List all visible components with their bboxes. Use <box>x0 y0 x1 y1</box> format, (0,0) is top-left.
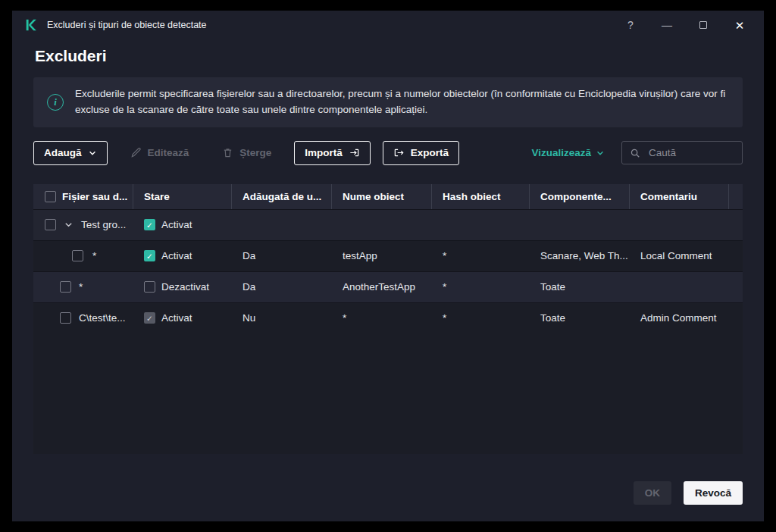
minimize-button[interactable]: — <box>661 20 673 30</box>
cell-object-hash: * <box>432 272 530 302</box>
close-button[interactable]: ✕ <box>734 20 746 31</box>
dialog-footer: OK Revocă <box>12 481 764 521</box>
titlebar: Excluderi și tipuri de obiecte detectate… <box>12 11 764 39</box>
table-row-group[interactable]: Test gro... Activat <box>33 209 743 240</box>
cell-comment <box>630 272 729 302</box>
cell-object-hash: * <box>432 303 530 333</box>
export-button-label: Exportă <box>411 147 449 158</box>
header-status: Stare <box>133 184 232 209</box>
cell-object-name: * <box>332 303 432 333</box>
ok-button[interactable]: OK <box>634 481 671 505</box>
view-dropdown-label: Vizualizează <box>531 147 591 158</box>
status-checkbox[interactable] <box>144 281 155 293</box>
export-icon <box>393 147 405 158</box>
header-file-label: Fișier sau d... <box>62 191 127 202</box>
table-header: Fișier sau d... Stare Adăugată de u... N… <box>33 184 743 209</box>
banner-text: Excluderile permit specificarea fișierel… <box>75 86 729 118</box>
search-box[interactable] <box>621 141 743 164</box>
info-icon: i <box>47 94 64 111</box>
window-title: Excluderi și tipuri de obiecte detectate <box>47 20 207 30</box>
cell-object-hash: * <box>432 241 530 271</box>
maximize-icon <box>699 21 707 29</box>
chevron-down-icon[interactable] <box>64 220 74 230</box>
edit-button-label: Editează <box>148 147 189 158</box>
table-row[interactable]: * Activat Da testApp * Scanare, Web Th..… <box>33 240 743 271</box>
header-added-by: Adăugată de u... <box>232 184 332 209</box>
delete-button[interactable]: Șterge <box>211 141 282 165</box>
cell-added-by: Nu <box>232 303 332 333</box>
export-button[interactable]: Exportă <box>383 141 459 165</box>
trash-icon <box>222 147 233 158</box>
add-button[interactable]: Adaugă <box>33 141 108 165</box>
row-checkbox[interactable] <box>60 281 71 293</box>
header-tail <box>729 184 743 209</box>
chevron-down-icon <box>596 149 605 158</box>
status-label: Activat <box>161 250 192 261</box>
row-checkbox[interactable] <box>60 312 71 324</box>
page-title: Excluderi <box>12 39 764 67</box>
add-button-label: Adaugă <box>44 147 82 158</box>
cell-comment: Local Comment <box>630 241 729 271</box>
maximize-button[interactable] <box>697 21 709 29</box>
view-dropdown[interactable]: Vizualizează <box>531 147 605 158</box>
exclusions-table: Fișier sau d... Stare Adăugată de u... N… <box>33 184 743 454</box>
import-icon <box>349 147 360 158</box>
search-input[interactable] <box>647 146 734 159</box>
import-button-label: Importă <box>305 147 343 158</box>
header-components: Componente... <box>530 184 630 209</box>
select-all-checkbox[interactable] <box>45 191 56 202</box>
cancel-button[interactable]: Revocă <box>684 481 743 505</box>
header-object-name: Nume obiect <box>332 184 432 209</box>
kaspersky-logo-icon <box>24 18 38 32</box>
status-checkbox[interactable] <box>144 250 155 261</box>
row-checkbox[interactable] <box>72 250 83 261</box>
cell-object-name: testApp <box>332 241 432 271</box>
edit-button[interactable]: Editează <box>120 141 200 165</box>
group-name: Test gro... <box>81 219 126 230</box>
cell-file: * <box>92 250 96 261</box>
toolbar: Adaugă Editează Șterge Importă <box>33 141 743 165</box>
window-controls: ? — ✕ <box>624 20 746 31</box>
cell-file: * <box>79 281 83 293</box>
header-object-hash: Hash obiect <box>432 184 530 209</box>
cell-file: C\test\te... <box>79 312 126 324</box>
search-icon <box>630 148 640 158</box>
table-row[interactable]: * Dezactivat Da AnotherTestApp * Toate <box>33 271 743 302</box>
row-checkbox[interactable] <box>45 219 56 230</box>
import-button[interactable]: Importă <box>294 141 371 165</box>
cell-added-by: Da <box>232 241 332 271</box>
chevron-down-icon <box>88 149 97 158</box>
delete-button-label: Șterge <box>239 147 271 158</box>
cell-components: Scanare, Web Th... <box>530 241 630 271</box>
cell-comment: Admin Comment <box>630 303 729 333</box>
table-row[interactable]: C\test\te... Activat Nu * * Toate Admin … <box>33 302 743 333</box>
pencil-icon <box>130 147 142 158</box>
status-label: Dezactivat <box>161 281 209 293</box>
cell-object-name: AnotherTestApp <box>332 272 432 302</box>
header-comment: Comentariu <box>630 184 729 209</box>
header-file: Fișier sau d... <box>33 184 133 209</box>
status-checkbox[interactable] <box>144 219 155 230</box>
help-button[interactable]: ? <box>624 20 637 30</box>
status-label: Activat <box>161 219 192 230</box>
cell-components: Toate <box>530 272 630 302</box>
status-label: Activat <box>161 312 192 324</box>
info-banner: i Excluderile permit specificarea fișier… <box>33 77 743 127</box>
status-checkbox-locked <box>144 312 155 324</box>
cell-components: Toate <box>530 303 630 333</box>
app-window: Excluderi și tipuri de obiecte detectate… <box>12 11 764 521</box>
cell-added-by: Da <box>232 272 332 302</box>
